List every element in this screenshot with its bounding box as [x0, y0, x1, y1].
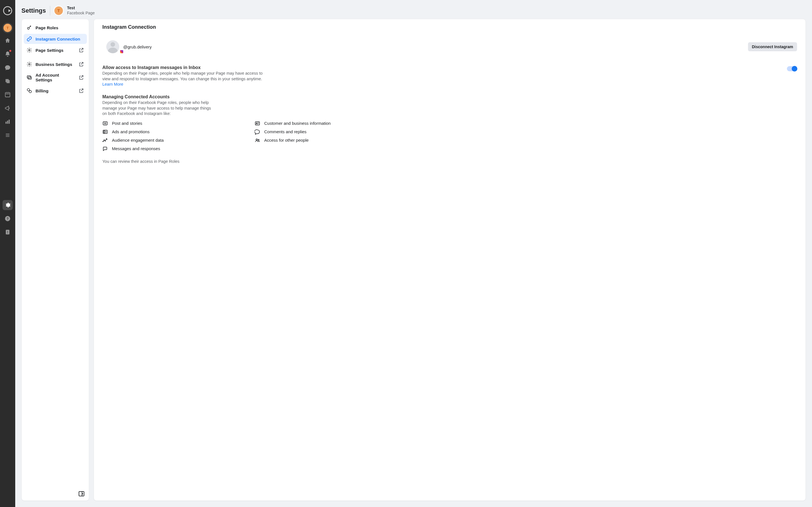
svg-rect-2 [9, 120, 10, 124]
app-logo-icon[interactable] [3, 6, 13, 16]
allow-access-toggle[interactable] [787, 66, 797, 71]
feature-access-people: Access for other people [255, 137, 797, 143]
gear-icon [27, 47, 32, 53]
external-link-icon [79, 75, 84, 80]
svg-rect-1 [7, 121, 8, 124]
feature-label: Ads and promotions [112, 129, 149, 134]
help-icon[interactable]: ? [3, 214, 13, 224]
page-name: Test [67, 6, 95, 11]
managing-title: Managing Connected Accounts [102, 94, 797, 100]
svg-point-35 [258, 139, 259, 140]
instagram-handle: @grub.delivery [123, 45, 152, 49]
content-panel: Instagram Connection @grub.delivery Disc… [94, 19, 806, 501]
feature-label: Customer and business information [264, 121, 331, 126]
svg-rect-0 [6, 122, 7, 124]
sidebar-item-page-settings[interactable]: Page Settings [24, 45, 87, 55]
key-icon [27, 25, 32, 31]
svg-point-31 [104, 140, 105, 140]
feature-messages: Messages and responses [102, 146, 243, 152]
page-title: Settings [21, 7, 46, 14]
comment-icon [255, 129, 260, 135]
billing-icon [27, 88, 32, 94]
settings-icon[interactable] [3, 200, 13, 210]
feature-label: Messages and responses [112, 146, 160, 151]
sidebar-item-label: Page Roles [36, 25, 58, 30]
content-heading: Instagram Connection [102, 24, 797, 30]
svg-rect-19 [103, 122, 107, 125]
disconnect-instagram-button[interactable]: Disconnect Instagram [748, 42, 797, 51]
app-rail: T ? ! [0, 0, 15, 507]
feature-ads: Ads and promotions [102, 129, 243, 135]
managing-desc: Depending on their Facebook Page roles, … [102, 100, 215, 117]
external-link-icon [79, 61, 84, 67]
sidebar-item-business-settings[interactable]: Business Settings [24, 59, 87, 69]
post-icon [102, 121, 108, 126]
settings-sidebar: Page Roles Instagram Connection Page Set… [21, 19, 89, 501]
collapse-sidebar-button[interactable] [78, 490, 85, 497]
sidebar-item-label: Page Settings [36, 48, 63, 53]
svg-point-34 [256, 139, 257, 140]
feature-comments: Comments and replies [255, 129, 797, 135]
svg-text:!: ! [7, 230, 8, 234]
instagram-badge-icon [119, 50, 124, 54]
svg-point-15 [28, 89, 30, 91]
svg-point-32 [105, 140, 105, 141]
insights-icon[interactable] [3, 117, 13, 127]
svg-rect-22 [255, 122, 260, 125]
connected-account-row: @grub.delivery Disconnect Instagram [102, 39, 797, 62]
sidebar-item-label: Ad Account Settings [36, 73, 75, 82]
posts-icon[interactable] [3, 76, 13, 86]
page-header: Settings T Test Facebook Page [15, 0, 812, 19]
svg-rect-27 [104, 131, 105, 133]
allow-access-title: Allow access to Instagram messages in In… [102, 65, 266, 70]
id-card-icon [255, 121, 260, 126]
svg-point-12 [29, 64, 30, 65]
managing-section: Managing Connected Accounts Depending on… [102, 94, 797, 164]
home-icon[interactable] [3, 36, 13, 46]
allow-access-desc: Depending on their Page roles, people wh… [102, 71, 266, 82]
feature-label: Post and stories [112, 121, 142, 126]
learn-more-link[interactable]: Learn More [102, 82, 123, 87]
calendar-icon[interactable] [3, 90, 13, 100]
gear-icon [27, 61, 32, 67]
ad-settings-icon [27, 75, 32, 80]
feature-customer-info: Customer and business information [255, 121, 797, 126]
rail-user-avatar[interactable]: T [3, 24, 12, 32]
messages-icon [102, 146, 108, 152]
sidebar-item-ad-account-settings[interactable]: Ad Account Settings [24, 70, 87, 84]
allow-access-section: Allow access to Instagram messages in In… [102, 65, 797, 87]
sidebar-item-instagram-connection[interactable]: Instagram Connection [24, 34, 87, 44]
analytics-icon [102, 137, 108, 143]
managing-footer: You can review their access in Page Role… [102, 159, 266, 165]
svg-point-11 [29, 50, 30, 51]
menu-icon[interactable] [3, 130, 13, 140]
svg-point-33 [106, 138, 107, 139]
link-icon [27, 36, 32, 42]
notifications-icon[interactable] [3, 49, 13, 59]
feature-audience: Audience engagement data [102, 137, 243, 143]
chat-icon[interactable] [3, 62, 13, 73]
feature-label: Audience engagement data [112, 138, 163, 143]
feature-label: Comments and replies [264, 129, 306, 134]
sidebar-item-label: Billing [36, 89, 49, 93]
svg-text:?: ? [6, 217, 8, 221]
ads-icon [102, 129, 108, 135]
external-link-icon [79, 88, 84, 94]
external-link-icon [79, 47, 84, 53]
megaphone-icon[interactable] [3, 103, 13, 113]
sidebar-item-page-roles[interactable]: Page Roles [24, 22, 87, 33]
report-icon[interactable]: ! [3, 227, 13, 237]
svg-point-10 [28, 27, 29, 29]
header-separator [50, 6, 50, 15]
svg-rect-17 [79, 492, 84, 496]
svg-point-23 [256, 122, 257, 123]
sidebar-item-billing[interactable]: Billing [24, 86, 87, 96]
people-icon [255, 137, 260, 143]
page-type: Facebook Page [67, 11, 95, 16]
feature-label: Access for other people [264, 138, 309, 143]
page-avatar[interactable]: T [54, 6, 63, 15]
svg-point-30 [103, 141, 103, 142]
sidebar-item-label: Instagram Connection [36, 37, 80, 41]
feature-post-stories: Post and stories [102, 121, 243, 126]
sidebar-item-label: Business Settings [36, 62, 72, 67]
